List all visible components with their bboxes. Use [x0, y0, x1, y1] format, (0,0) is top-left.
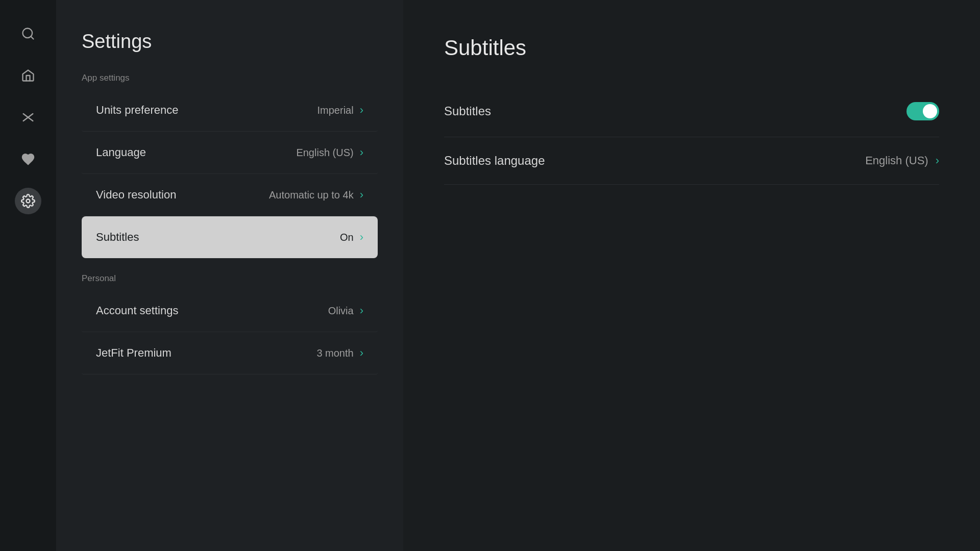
premium-chevron-icon: ›	[360, 346, 363, 360]
sidebar-item-home[interactable]	[15, 62, 41, 89]
right-subtitles-right	[906, 102, 939, 120]
right-subtitles-language-value: English (US)	[865, 154, 928, 167]
video-resolution-value: Automatic up to 4k	[269, 189, 354, 201]
video-resolution-label: Video resolution	[96, 188, 176, 202]
account-right: Olivia ›	[328, 304, 363, 317]
language-right: English (US) ›	[296, 146, 363, 159]
settings-item-premium[interactable]: JetFit Premium 3 month ›	[82, 332, 378, 374]
account-chevron-icon: ›	[360, 304, 363, 317]
sidebar	[0, 0, 56, 551]
sidebar-item-favorites[interactable]	[15, 146, 41, 172]
app-settings-list: Units preference Imperial › Language Eng…	[82, 89, 378, 258]
settings-item-language[interactable]: Language English (US) ›	[82, 132, 378, 174]
premium-label: JetFit Premium	[96, 346, 172, 360]
left-panel: Settings App settings Units preference I…	[56, 0, 403, 551]
video-resolution-chevron-icon: ›	[360, 188, 363, 202]
svg-point-4	[27, 199, 30, 203]
svg-line-1	[31, 36, 33, 39]
personal-settings-list: Account settings Olivia › JetFit Premium…	[82, 290, 378, 374]
sidebar-item-search[interactable]	[15, 20, 41, 47]
right-panel-title: Subtitles	[444, 36, 939, 60]
premium-right: 3 month ›	[316, 346, 363, 360]
sidebar-item-settings[interactable]	[15, 188, 41, 214]
premium-value: 3 month	[316, 347, 353, 359]
right-item-subtitles-toggle[interactable]: Subtitles	[444, 86, 939, 137]
units-value: Imperial	[317, 105, 354, 116]
settings-item-account[interactable]: Account settings Olivia ›	[82, 290, 378, 332]
units-chevron-icon: ›	[360, 104, 363, 117]
sidebar-item-tools[interactable]	[15, 104, 41, 131]
subtitles-label: Subtitles	[96, 231, 139, 244]
account-label: Account settings	[96, 304, 178, 317]
personal-label: Personal	[82, 273, 378, 284]
right-settings-list: Subtitles Subtitles language English (US…	[444, 86, 939, 185]
right-panel: Subtitles Subtitles Subtitles language E…	[403, 0, 980, 551]
units-label: Units preference	[96, 104, 178, 117]
subtitles-language-chevron-icon: ›	[936, 154, 939, 167]
units-right: Imperial ›	[317, 104, 363, 117]
settings-item-units[interactable]: Units preference Imperial ›	[82, 89, 378, 132]
subtitles-chevron-icon: ›	[360, 231, 363, 244]
right-subtitles-language-right: English (US) ›	[865, 154, 939, 167]
page-title: Settings	[82, 31, 378, 53]
language-chevron-icon: ›	[360, 146, 363, 159]
settings-item-subtitles[interactable]: Subtitles On ›	[82, 216, 378, 258]
settings-item-video-resolution[interactable]: Video resolution Automatic up to 4k ›	[82, 174, 378, 216]
right-item-subtitles-language[interactable]: Subtitles language English (US) ›	[444, 137, 939, 185]
language-label: Language	[96, 146, 146, 159]
right-subtitles-label: Subtitles	[444, 104, 491, 118]
video-resolution-right: Automatic up to 4k ›	[269, 188, 363, 202]
account-value: Olivia	[328, 305, 354, 317]
right-subtitles-language-label: Subtitles language	[444, 154, 545, 168]
toggle-thumb	[923, 104, 937, 118]
language-value: English (US)	[296, 147, 353, 159]
subtitles-toggle[interactable]	[906, 102, 939, 120]
subtitles-value: On	[340, 232, 354, 243]
app-settings-label: App settings	[82, 73, 378, 83]
subtitles-right: On ›	[340, 231, 363, 244]
